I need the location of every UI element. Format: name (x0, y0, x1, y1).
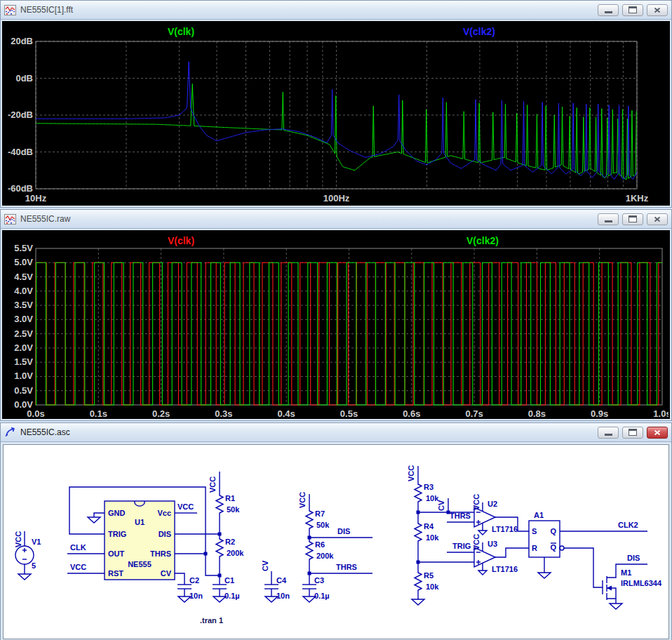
svg-text:0.8s: 0.8s (528, 408, 546, 419)
a1-pin-qbar: Q (550, 543, 556, 552)
svg-text:V(clk): V(clk) (168, 235, 194, 246)
mosfet-arrow (607, 586, 612, 591)
u1-part: NE555 (128, 560, 152, 568)
svg-text:-40dB: -40dB (8, 147, 33, 157)
r7-value: 50k (316, 521, 330, 529)
resistor-r7[interactable]: VCC R7 50k (298, 492, 330, 540)
restore-glyph (629, 215, 637, 222)
close-button[interactable] (647, 4, 668, 16)
net-wire-thrs: THRS (309, 563, 372, 573)
ground-icon (478, 571, 487, 575)
c2-ref: C2 (189, 576, 199, 585)
ground-icon (538, 573, 551, 578)
resistor-r5[interactable]: R5 10k (412, 571, 439, 605)
svg-text:0.5V: 0.5V (14, 385, 33, 396)
waveform-icon (4, 5, 16, 15)
net-label-vcc: VCC (70, 563, 86, 571)
resistor-r3[interactable]: VCC R3 10k (407, 465, 439, 522)
spice-directive[interactable]: .tran 1 (200, 616, 223, 625)
m1-ref: M1 (621, 568, 631, 577)
svg-text:20dB: 20dB (11, 36, 33, 46)
net-label-vcc: VCC (472, 534, 481, 550)
u1-ref: U1 (135, 518, 145, 526)
close-glyph (654, 429, 661, 436)
resistor-r6[interactable]: R6 200k (306, 540, 334, 573)
restore-button[interactable] (622, 213, 643, 225)
voltage-source-v1[interactable]: VCC V1 5 (14, 531, 41, 580)
net-label-thrs: THRS (450, 512, 471, 520)
flipflop-a1[interactable]: A1 S R Q Q (529, 511, 564, 578)
r1-ref: R1 (225, 494, 235, 502)
resistor-r2[interactable]: R2 200k (216, 534, 244, 575)
close-button[interactable] (647, 427, 668, 439)
schematic-canvas[interactable]: VCC V1 5 GND TRIG OUT RST Vcc DIS THRS C… (3, 444, 669, 639)
titlebar-raw[interactable]: NE555IC.raw (1, 210, 671, 229)
capacitor-c2[interactable]: C2 10n (177, 576, 203, 602)
schematic[interactable]: VCC V1 5 GND TRIG OUT RST Vcc DIS THRS C… (4, 445, 668, 639)
net-label-dis: DIS (627, 554, 640, 562)
ground-icon (412, 599, 424, 605)
svg-text:0.5s: 0.5s (340, 408, 358, 419)
comparator-u2[interactable]: VCC U2 LT1716 (472, 494, 518, 535)
pin-thrs: THRS (150, 549, 171, 558)
ic-u1-ne555[interactable]: GND TRIG OUT RST Vcc DIS THRS CV U1 NE55… (105, 501, 175, 580)
a1-ref: A1 (534, 511, 544, 519)
pin-gnd: GND (108, 509, 126, 517)
m1-part: IRLML6344 (621, 579, 662, 587)
svg-text:3.5V: 3.5V (14, 300, 33, 310)
restore-glyph (629, 6, 637, 13)
pin-dis: DIS (159, 530, 171, 538)
restore-button[interactable] (622, 4, 643, 16)
r7-ref: R7 (315, 509, 325, 518)
resistor-r1[interactable]: VCC R1 50k (208, 472, 240, 534)
titlebar-asc[interactable]: NE555IC.asc (1, 423, 671, 442)
pin-rst: RST (108, 569, 123, 578)
capacitor-c3[interactable]: C3 0.1µ (302, 573, 330, 602)
minimize-button[interactable] (598, 4, 619, 16)
r6-ref: R6 (315, 540, 325, 549)
c3-ref: C3 (314, 576, 324, 585)
wire-u3-to-r (495, 548, 529, 557)
svg-text:1.5V: 1.5V (14, 356, 33, 367)
svg-text:V(clk2): V(clk2) (466, 235, 499, 246)
restore-button[interactable] (622, 427, 643, 439)
ground-icon (88, 517, 100, 523)
net-label-vcc: VCC (407, 465, 415, 481)
close-button[interactable] (647, 213, 668, 225)
net-label-clk: CLK (70, 543, 86, 552)
capacitor-c1[interactable]: C1 0.1µ (213, 575, 240, 602)
svg-text:0.1s: 0.1s (90, 408, 107, 419)
capacitor-c4[interactable]: CV C4 10n (261, 560, 290, 602)
titlebar-fft[interactable]: NE555IC[1].fft (1, 1, 671, 20)
a1-pin-q: Q (550, 527, 556, 535)
svg-text:1.0s: 1.0s (653, 408, 668, 419)
fft-plot[interactable]: 20dB0dB-20dB-40dB-60dB10Hz100Hz1KHzV(clk… (2, 21, 668, 206)
svg-text:1KHz: 1KHz (626, 193, 649, 204)
a1-pin-s: S (532, 527, 537, 535)
minimize-button[interactable] (598, 427, 619, 439)
ground-icon (610, 604, 622, 609)
svg-text:2.5V: 2.5V (14, 328, 33, 339)
waveform-icon (4, 214, 16, 225)
svg-text:0.2s: 0.2s (152, 408, 170, 419)
c1-ref: C1 (224, 576, 234, 585)
svg-text:0.3s: 0.3s (215, 408, 232, 419)
fft-plot-area[interactable]: 20dB0dB-20dB-40dB-60dB10Hz100Hz1KHzV(clk… (2, 21, 670, 206)
net-wire-clk2: CLK2 (560, 521, 647, 531)
tran-plot-area[interactable]: 5.5V5.0V4.5V4.0V3.5V3.0V2.5V2.0V1.5V1.0V… (2, 230, 670, 419)
net-label-vcc: VCC (14, 531, 22, 547)
net-label-dis: DIS (337, 527, 350, 535)
r5-ref: R5 (424, 571, 434, 580)
minimize-glyph (605, 220, 612, 222)
minimize-glyph (605, 434, 612, 436)
u3-ref: U3 (488, 540, 497, 548)
comparator-u3[interactable]: VCC U3 LT1716 (472, 534, 518, 575)
tran-plot[interactable]: 5.5V5.0V4.5V4.0V3.5V3.0V2.5V2.0V1.5V1.0V… (2, 230, 668, 419)
minimize-button[interactable] (598, 213, 619, 225)
r1-value: 50k (227, 505, 240, 514)
net-label-vcc: VCC (177, 502, 194, 511)
window-fft: NE555IC[1].fft 20dB0dB-20dB-40dB-60dB10H… (0, 0, 672, 208)
svg-text:-20dB: -20dB (8, 109, 33, 120)
net-label-vcc: VCC (472, 494, 481, 510)
mosfet-m1[interactable]: M1 IRLML6344 DIS (603, 554, 662, 609)
